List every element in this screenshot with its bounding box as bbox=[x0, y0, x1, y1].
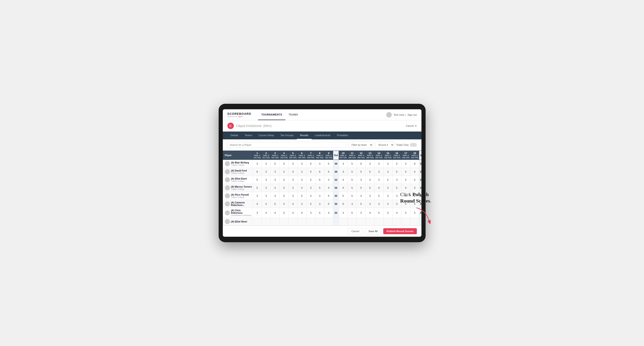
score-cell[interactable]: 4 bbox=[253, 200, 262, 208]
score-cell[interactable]: 3 bbox=[383, 184, 392, 192]
score-cell[interactable]: 3 bbox=[392, 200, 401, 208]
tab-leaderboards[interactable]: Leaderboards bbox=[312, 132, 334, 139]
score-cell[interactable]: 4 bbox=[297, 208, 306, 218]
score-cell[interactable]: 5 bbox=[280, 192, 288, 200]
score-cell[interactable] bbox=[253, 218, 262, 225]
score-cell[interactable]: 5 bbox=[348, 176, 356, 184]
score-cell[interactable]: 3 bbox=[374, 160, 384, 168]
score-cell[interactable]: 4 bbox=[288, 200, 298, 208]
score-cell[interactable]: 5 bbox=[306, 176, 315, 184]
score-cell[interactable]: 3 bbox=[297, 160, 306, 168]
score-cell[interactable] bbox=[306, 218, 315, 225]
score-cell[interactable] bbox=[315, 218, 324, 225]
score-cell[interactable]: 4 bbox=[262, 200, 270, 208]
score-cell[interactable]: 3 bbox=[262, 192, 270, 200]
score-cell[interactable] bbox=[356, 218, 366, 225]
score-cell[interactable]: 6 bbox=[315, 176, 324, 184]
score-cell[interactable]: 3 bbox=[270, 168, 280, 176]
score-cell[interactable]: 3 bbox=[366, 192, 374, 200]
score-cell[interactable]: 4 bbox=[262, 208, 270, 218]
score-cell[interactable]: 3 bbox=[392, 176, 401, 184]
score-cell[interactable]: 6 bbox=[253, 168, 262, 176]
score-cell[interactable]: 5 bbox=[348, 192, 356, 200]
score-cell[interactable]: 5 bbox=[253, 184, 262, 192]
score-cell[interactable]: 5 bbox=[374, 208, 384, 218]
score-cell[interactable]: 5 bbox=[280, 160, 288, 168]
tab-printables[interactable]: Printables bbox=[334, 132, 351, 139]
score-cell[interactable]: 5 bbox=[324, 168, 333, 176]
score-cell[interactable]: 5 bbox=[366, 184, 374, 192]
score-cell[interactable]: 5 bbox=[356, 200, 366, 208]
score-cell[interactable]: 3 bbox=[339, 176, 348, 184]
score-cell[interactable] bbox=[348, 218, 356, 225]
score-cell[interactable]: 3 bbox=[410, 184, 419, 192]
score-cell[interactable]: 6 bbox=[356, 160, 366, 168]
score-cell[interactable]: 3 bbox=[374, 176, 384, 184]
totals-toggle-switch[interactable] bbox=[410, 143, 417, 147]
score-cell[interactable]: 3 bbox=[306, 184, 315, 192]
score-cell[interactable]: 8 bbox=[410, 160, 419, 168]
score-cell[interactable] bbox=[280, 218, 288, 225]
score-cell[interactable]: 3 bbox=[253, 160, 262, 168]
score-cell[interactable]: 5 bbox=[324, 200, 333, 208]
score-cell[interactable]: 5 bbox=[270, 160, 280, 168]
score-cell[interactable] bbox=[288, 218, 298, 225]
score-cell[interactable]: 5 bbox=[315, 184, 324, 192]
score-cell[interactable]: 4 bbox=[270, 192, 280, 200]
score-cell[interactable]: 3 bbox=[383, 208, 392, 218]
score-cell[interactable]: 6 bbox=[410, 176, 419, 184]
score-cell[interactable]: 4 bbox=[288, 160, 298, 168]
score-cell[interactable]: 3 bbox=[262, 176, 270, 184]
score-cell[interactable]: 3 bbox=[253, 192, 262, 200]
score-cell[interactable]: 4 bbox=[339, 184, 348, 192]
score-cell[interactable]: 4 bbox=[392, 208, 401, 218]
score-cell[interactable]: 3 bbox=[315, 160, 324, 168]
score-cell[interactable]: 3 bbox=[288, 176, 298, 184]
score-cell[interactable]: 3 bbox=[297, 200, 306, 208]
score-cell[interactable]: 4 bbox=[280, 176, 288, 184]
score-cell[interactable]: 5 bbox=[297, 192, 306, 200]
tab-teams[interactable]: Teams bbox=[242, 132, 255, 139]
score-cell[interactable]: 3 bbox=[280, 200, 288, 208]
score-cell[interactable]: 3 bbox=[288, 184, 298, 192]
score-cell[interactable]: 4 bbox=[270, 208, 280, 218]
score-cell[interactable]: 6 bbox=[339, 200, 348, 208]
score-cell[interactable]: 5 bbox=[306, 168, 315, 176]
score-cell[interactable]: 3 bbox=[270, 176, 280, 184]
score-cell[interactable]: 3 bbox=[324, 184, 333, 192]
score-cell[interactable]: 3 bbox=[366, 200, 374, 208]
score-cell[interactable]: 4 bbox=[366, 208, 374, 218]
score-cell[interactable]: 5 bbox=[270, 200, 280, 208]
score-cell[interactable]: 4 bbox=[401, 168, 410, 176]
score-cell[interactable] bbox=[383, 218, 392, 225]
score-cell[interactable]: 3 bbox=[297, 176, 306, 184]
score-cell[interactable]: 3 bbox=[374, 200, 384, 208]
score-cell[interactable]: 5 bbox=[383, 176, 392, 184]
score-cell[interactable]: 5 bbox=[348, 184, 356, 192]
score-cell[interactable]: 5 bbox=[348, 168, 356, 176]
score-cell[interactable]: 3 bbox=[383, 168, 392, 176]
score-cell[interactable]: 5 bbox=[356, 168, 366, 176]
score-cell[interactable]: 5 bbox=[392, 168, 401, 176]
round-select[interactable]: Round 3 bbox=[375, 142, 394, 148]
score-cell[interactable] bbox=[270, 218, 280, 225]
score-cell[interactable]: 3 bbox=[366, 160, 374, 168]
score-cell[interactable]: 5 bbox=[366, 168, 374, 176]
sign-out-link[interactable]: Sign out bbox=[408, 113, 416, 116]
score-cell[interactable]: 3 bbox=[374, 168, 384, 176]
score-cell[interactable]: 3 bbox=[356, 208, 366, 218]
nav-teams[interactable]: TEAMS bbox=[285, 109, 301, 120]
publish-round-scores-button[interactable]: Publish Round Scores bbox=[383, 228, 416, 234]
score-cell[interactable]: 3 bbox=[288, 208, 298, 218]
score-cell[interactable]: 3 bbox=[339, 168, 348, 176]
cancel-top-button[interactable]: Cancel ✕ bbox=[406, 124, 416, 127]
score-cell[interactable]: 3 bbox=[324, 176, 333, 184]
score-cell[interactable]: 5 bbox=[348, 208, 356, 218]
score-cell[interactable]: 3 bbox=[306, 208, 315, 218]
score-cell[interactable]: 6 bbox=[315, 168, 324, 176]
filter-team-select[interactable]: Filter by team bbox=[348, 142, 373, 148]
score-cell[interactable] bbox=[297, 218, 306, 225]
score-cell[interactable]: 5 bbox=[356, 184, 366, 192]
score-cell[interactable] bbox=[262, 218, 270, 225]
score-cell[interactable] bbox=[324, 218, 333, 225]
